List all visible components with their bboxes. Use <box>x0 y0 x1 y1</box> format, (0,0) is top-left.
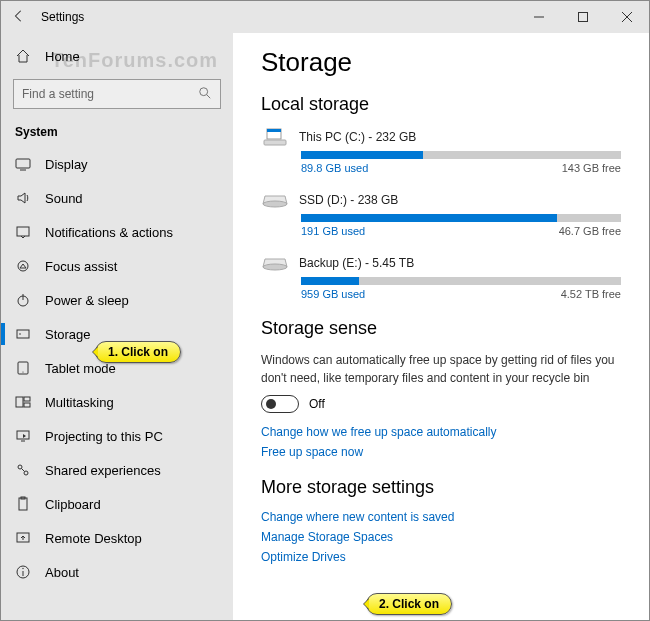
svg-point-9 <box>18 261 28 271</box>
search-placeholder: Find a setting <box>22 87 94 101</box>
drive-name: This PC (C:) - 232 GB <box>299 130 416 144</box>
sidebar-item-label: Projecting to this PC <box>45 429 163 444</box>
sidebar-item-label: Sound <box>45 191 83 206</box>
toggle-knob <box>266 399 276 409</box>
svg-point-21 <box>24 471 28 475</box>
link-free-up-now[interactable]: Free up space now <box>261 445 621 459</box>
drive-bar <box>301 151 621 159</box>
drive-used: 191 GB used <box>301 225 365 237</box>
drives-list: This PC (C:) - 232 GB89.8 GB used143 GB … <box>261 127 621 300</box>
page-title: Storage <box>261 47 621 78</box>
drive-bar <box>301 214 621 222</box>
drive-used: 959 GB used <box>301 288 365 300</box>
sidebar-item-sound[interactable]: Sound <box>1 181 233 215</box>
sidebar-item-label: Clipboard <box>45 497 101 512</box>
storage-icon <box>15 326 31 342</box>
drive-bar <box>301 277 621 285</box>
svg-rect-17 <box>24 397 30 401</box>
drive-icon <box>261 127 289 147</box>
sidebar-item-display[interactable]: Display <box>1 147 233 181</box>
link-optimize-drives[interactable]: Optimize Drives <box>261 550 621 564</box>
drive-icon <box>261 190 289 210</box>
toggle-state-label: Off <box>309 397 325 411</box>
drive-row[interactable]: SSD (D:) - 238 GB191 GB used46.7 GB free <box>261 190 621 237</box>
callout-1: 1. Click on <box>95 341 181 363</box>
svg-rect-23 <box>19 498 27 510</box>
svg-point-13 <box>19 333 21 335</box>
link-manage-storage-spaces[interactable]: Manage Storage Spaces <box>261 530 621 544</box>
sidebar-item-label: Focus assist <box>45 259 117 274</box>
storage-sense-heading: Storage sense <box>261 318 621 339</box>
sidebar-item-remote[interactable]: Remote Desktop <box>1 521 233 555</box>
sidebar-item-label: About <box>45 565 79 580</box>
sidebar-item-label: Remote Desktop <box>45 531 142 546</box>
local-storage-heading: Local storage <box>261 94 621 115</box>
svg-line-22 <box>22 469 25 472</box>
link-change-content-saved[interactable]: Change where new content is saved <box>261 510 621 524</box>
minimize-button[interactable] <box>517 2 561 32</box>
drive-free: 46.7 GB free <box>559 225 621 237</box>
drive-name: Backup (E:) - 5.45 TB <box>299 256 414 270</box>
sidebar-item-label: Multitasking <box>45 395 114 410</box>
titlebar: Settings <box>1 1 649 33</box>
drive-used: 89.8 GB used <box>301 162 368 174</box>
svg-rect-1 <box>579 13 588 22</box>
svg-rect-31 <box>264 140 286 145</box>
svg-point-15 <box>22 371 23 372</box>
sidebar-item-focus[interactable]: Focus assist <box>1 249 233 283</box>
sidebar-item-clipboard[interactable]: Clipboard <box>1 487 233 521</box>
svg-rect-30 <box>267 129 281 132</box>
drive-row[interactable]: Backup (E:) - 5.45 TB959 GB used4.52 TB … <box>261 253 621 300</box>
sidebar-item-project[interactable]: Projecting to this PC <box>1 419 233 453</box>
sound-icon <box>15 190 31 206</box>
multi-icon <box>15 394 31 410</box>
sidebar-item-label: Shared experiences <box>45 463 161 478</box>
search-icon <box>198 86 212 103</box>
about-icon <box>15 564 31 580</box>
settings-window: Settings Home Find a setting System Disp… <box>0 0 650 621</box>
sidebar-item-label: Notifications & actions <box>45 225 173 240</box>
storage-sense-toggle[interactable] <box>261 395 299 413</box>
search-input[interactable]: Find a setting <box>13 79 221 109</box>
drive-icon <box>261 253 289 273</box>
sidebar-item-label: Storage <box>45 327 91 342</box>
svg-line-5 <box>207 94 211 98</box>
drive-name: SSD (D:) - 238 GB <box>299 193 398 207</box>
back-button[interactable] <box>1 9 37 26</box>
section-label: System <box>1 119 233 147</box>
link-change-free-up[interactable]: Change how we free up space automaticall… <box>261 425 621 439</box>
storage-sense-toggle-row: Off <box>261 395 621 413</box>
home-nav[interactable]: Home <box>1 39 233 73</box>
home-label: Home <box>45 49 80 64</box>
more-storage-heading: More storage settings <box>261 477 621 498</box>
close-button[interactable] <box>605 2 649 32</box>
sidebar: Home Find a setting System DisplaySoundN… <box>1 33 233 620</box>
drive-row[interactable]: This PC (C:) - 232 GB89.8 GB used143 GB … <box>261 127 621 174</box>
shared-icon <box>15 462 31 478</box>
focus-icon <box>15 258 31 274</box>
tablet-icon <box>15 360 31 376</box>
display-icon <box>15 156 31 172</box>
drive-free: 143 GB free <box>562 162 621 174</box>
callout-2: 2. Click on <box>366 593 452 615</box>
svg-rect-18 <box>24 403 30 407</box>
svg-rect-6 <box>16 159 30 168</box>
main-panel: Storage Local storage This PC (C:) - 232… <box>233 33 649 620</box>
window-title: Settings <box>37 10 84 24</box>
svg-rect-8 <box>17 227 29 236</box>
remote-icon <box>15 530 31 546</box>
sidebar-item-label: Display <box>45 157 88 172</box>
svg-point-4 <box>200 87 208 95</box>
clipboard-icon <box>15 496 31 512</box>
sidebar-item-about[interactable]: About <box>1 555 233 589</box>
sidebar-item-notif[interactable]: Notifications & actions <box>1 215 233 249</box>
svg-point-33 <box>263 264 287 270</box>
maximize-button[interactable] <box>561 2 605 32</box>
svg-point-32 <box>263 201 287 207</box>
svg-point-20 <box>18 465 22 469</box>
sidebar-item-power[interactable]: Power & sleep <box>1 283 233 317</box>
sidebar-item-multi[interactable]: Multitasking <box>1 385 233 419</box>
project-icon <box>15 428 31 444</box>
home-icon <box>15 48 31 64</box>
sidebar-item-shared[interactable]: Shared experiences <box>1 453 233 487</box>
